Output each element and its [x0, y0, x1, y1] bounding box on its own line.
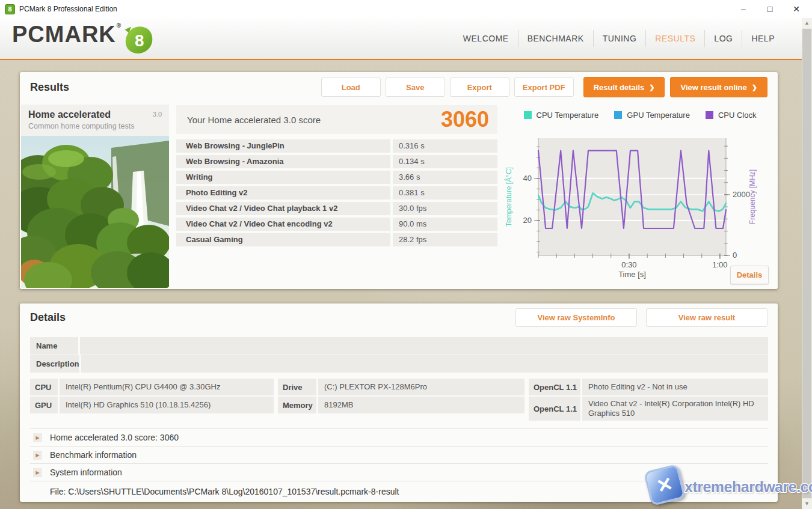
- result-rows: Web Browsing - JunglePin0.316 s Web Brow…: [176, 139, 497, 246]
- description-label: Description: [30, 355, 79, 373]
- chart-legend: CPU Temperature GPU Temperature CPU Cloc…: [502, 111, 778, 120]
- xtremehardware-watermark: ✕ xtremehardware.com: [636, 465, 811, 508]
- svg-text:0:30: 0:30: [621, 260, 636, 269]
- maximize-icon[interactable]: □: [757, 4, 783, 14]
- result-details-label: Result details: [594, 83, 645, 92]
- scrollbar-thumb[interactable]: [802, 29, 811, 498]
- test-name: Home accelerated: [28, 109, 162, 120]
- legend-gpu-temperature: GPU Temperature: [614, 111, 690, 120]
- legend-label: GPU Temperature: [627, 111, 690, 120]
- name-value: [80, 337, 768, 355]
- results-file-buttons: Load Save Export Export PDF: [321, 78, 574, 97]
- svg-text:20: 20: [523, 216, 532, 225]
- results-toolbar: Results Load Save Export Export PDF Resu…: [20, 72, 778, 102]
- test-row-value: 3.66 s: [393, 171, 497, 184]
- expander-arrow-box: ▶: [33, 468, 42, 477]
- test-row-label: Photo Editing v2: [176, 186, 390, 200]
- monitoring-chart: 2040020000:301:00Time [s]Temperature [Â°…: [502, 132, 778, 282]
- scroll-up-icon[interactable]: ▲: [802, 18, 812, 28]
- test-row-value: 90.0 ms: [393, 218, 497, 231]
- test-row-label: Writing: [176, 171, 390, 184]
- app-window: 8 PCMark 8 Professional Edition – □ ✕ PC…: [0, 0, 812, 509]
- spec-column-drive-memory: Drive(C:) PLEXTOR PX-128M6Pro Memory8192…: [278, 379, 524, 413]
- view-result-online-button[interactable]: View result online ❯: [670, 77, 767, 97]
- view-raw-result-button[interactable]: View raw result: [646, 308, 767, 327]
- expander-label: System information: [50, 468, 122, 477]
- details-title: Details: [30, 311, 66, 324]
- memory-row: Memory8192MB: [278, 397, 524, 413]
- score-box: Your Home accelerated 3.0 score 3060: [176, 105, 497, 134]
- nav-results[interactable]: RESULTS: [645, 30, 704, 47]
- expander-label: Benchmark information: [50, 450, 137, 460]
- test-row-value: 28.2 fps: [393, 233, 497, 246]
- load-button[interactable]: Load: [321, 78, 381, 97]
- test-row-label: Video Chat v2 / Video Chat playback 1 v2: [176, 202, 390, 215]
- legend-cpu-clock: CPU Clock: [706, 111, 757, 120]
- table-row: Video Chat v2 / Video Chat encoding v290…: [176, 218, 497, 231]
- nav-welcome[interactable]: WELCOME: [454, 30, 518, 47]
- svg-text:Temperature [Â°C]: Temperature [Â°C]: [504, 167, 513, 227]
- test-row-label: Web Browsing - Amazonia: [176, 155, 390, 168]
- minimize-icon[interactable]: –: [730, 4, 757, 14]
- triangle-right-icon: ▶: [35, 453, 39, 458]
- app-icon: 8: [5, 4, 15, 14]
- view-raw-systeminfo-button[interactable]: View raw SystemInfo: [515, 308, 637, 327]
- svg-text:Frequency [MHz]: Frequency [MHz]: [748, 169, 757, 224]
- table-row: Writing3.66 s: [176, 171, 497, 184]
- app-header: PCMARK ® 8 WELCOME BENCHMARK TUNING RESU…: [0, 18, 802, 60]
- opencl-value: Video Chat v2 - Intel(R) Corporation Int…: [582, 397, 768, 421]
- spec-grid: CPUIntel(R) Pentium(R) CPU G4400 @ 3.30G…: [30, 379, 768, 421]
- registered-mark: ®: [117, 22, 121, 29]
- test-row-value: 30.0 fps: [393, 202, 497, 215]
- titlebar: 8 PCMark 8 Professional Edition – □ ✕: [0, 0, 812, 18]
- window-controls: – □ ✕: [730, 4, 810, 14]
- gpu-temperature-swatch: [614, 111, 622, 119]
- chevron-right-icon: ❯: [752, 84, 757, 91]
- test-row-value: 0.381 s: [393, 186, 497, 200]
- drive-label: Drive: [278, 379, 316, 395]
- triangle-right-icon: ▶: [35, 470, 39, 475]
- opencl-row: OpenCL 1.1Video Chat v2 - Intel(R) Corpo…: [529, 397, 768, 421]
- cpu-row: CPUIntel(R) Pentium(R) CPU G4400 @ 3.30G…: [30, 379, 274, 395]
- opencl-value: Photo Editing v2 - Not in use: [582, 379, 768, 395]
- svg-text:40: 40: [523, 174, 532, 183]
- table-row: Video Chat v2 / Video Chat playback 1 v2…: [176, 202, 497, 215]
- triangle-right-icon: ▶: [35, 435, 39, 440]
- results-title: Results: [30, 81, 69, 94]
- view-result-online-label: View result online: [680, 83, 746, 92]
- nav-help[interactable]: HELP: [742, 30, 784, 47]
- nav-benchmark[interactable]: BENCHMARK: [518, 30, 593, 47]
- expander-label: Home accelerated 3.0 score: 3060: [50, 433, 179, 442]
- nav-log[interactable]: LOG: [704, 30, 742, 47]
- description-value: [81, 355, 768, 373]
- close-icon[interactable]: ✕: [783, 4, 810, 14]
- gpu-label: GPU: [30, 397, 58, 413]
- test-row-value: 0.316 s: [393, 139, 497, 153]
- score-label: Your Home accelerated 3.0 score: [187, 115, 321, 125]
- description-row: Description: [30, 355, 768, 373]
- logo-text: PCMARK: [12, 21, 116, 47]
- test-version: 3.0: [153, 111, 162, 118]
- vertical-scrollbar[interactable]: ▲ ▼: [802, 18, 812, 509]
- results-panel: Results Load Save Export Export PDF Resu…: [20, 72, 778, 289]
- results-cta-buttons: Result details ❯ View result online ❯: [583, 77, 767, 97]
- expander-score[interactable]: ▶ Home accelerated 3.0 score: 3060: [30, 428, 768, 446]
- export-button[interactable]: Export: [450, 78, 509, 97]
- export-pdf-button[interactable]: Export PDF: [514, 78, 574, 97]
- legend-label: CPU Temperature: [537, 111, 599, 120]
- window-title: PCMark 8 Professional Edition: [19, 5, 117, 13]
- test-row-label: Casual Gaming: [176, 233, 390, 246]
- expander-benchmark-info[interactable]: ▶ Benchmark information: [30, 446, 768, 463]
- details-toolbar: Details View raw SystemInfo View raw res…: [20, 303, 778, 331]
- nav-tuning[interactable]: TUNING: [593, 30, 646, 47]
- leaf-8-icon: 8: [122, 22, 153, 56]
- chart-details-button[interactable]: Details: [730, 266, 769, 284]
- pcmark-logo: PCMARK ® 8: [12, 21, 153, 56]
- result-details-button[interactable]: Result details ❯: [583, 77, 665, 97]
- expander-arrow-box: ▶: [33, 433, 42, 442]
- gpu-row: GPUIntel(R) HD Graphics 510 (10.18.15.42…: [30, 397, 274, 413]
- save-button[interactable]: Save: [386, 78, 445, 97]
- gpu-value: Intel(R) HD Graphics 510 (10.18.15.4256): [60, 397, 274, 413]
- spec-column-cpu-gpu: CPUIntel(R) Pentium(R) CPU G4400 @ 3.30G…: [30, 379, 274, 413]
- test-row-label: Web Browsing - JunglePin: [176, 139, 390, 153]
